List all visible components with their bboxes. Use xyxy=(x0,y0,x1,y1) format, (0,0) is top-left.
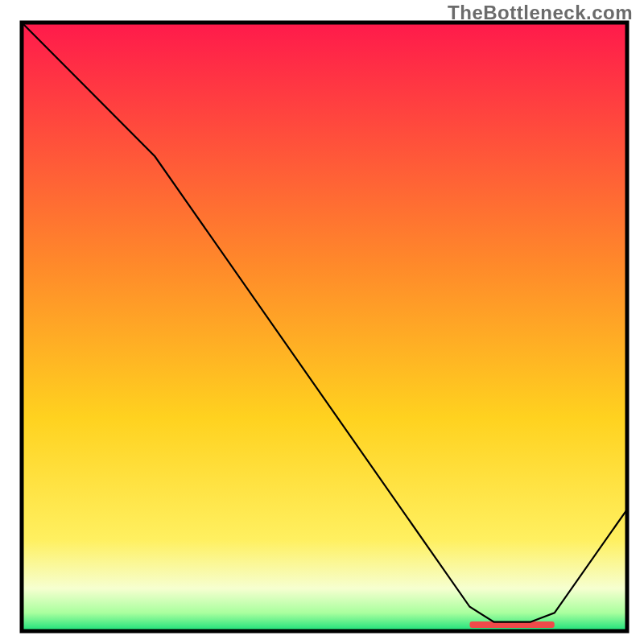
chart-svg xyxy=(0,0,644,644)
chart-container: TheBottleneck.com xyxy=(0,0,644,644)
watermark-text: TheBottleneck.com xyxy=(448,2,633,24)
